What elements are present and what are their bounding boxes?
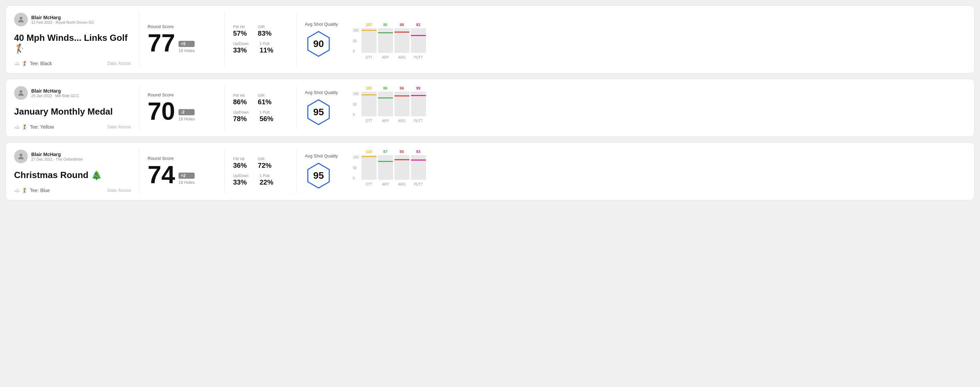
y-axis-label: 0 [353, 49, 359, 53]
bar-marker [395, 32, 409, 33]
bar-group-putt: 93PUTT [411, 149, 426, 186]
divider-1 [139, 149, 139, 193]
bar-axis-label: PUTT [414, 56, 423, 59]
bar-group-arg: 96ARG [395, 86, 409, 123]
stats-top-row: FW Hit86%GIR61% [233, 93, 288, 106]
stat-gir: GIR61% [258, 93, 272, 106]
tee-label: Tee: Black [30, 61, 52, 66]
gir-value: 83% [258, 30, 272, 37]
stat-fw-hit: FW Hit86% [233, 93, 247, 106]
fw-hit-value: 57% [233, 30, 247, 37]
bar-axis-label: ARG [398, 56, 406, 59]
bar-axis-label: OTT [366, 56, 372, 59]
bar-axis-label: OTT [366, 119, 372, 123]
bar-wrapper [378, 92, 393, 116]
tee-label: Tee: Blue [30, 188, 50, 193]
hexagon-score: 95 [313, 107, 324, 118]
bar-wrapper [411, 155, 426, 180]
bar-value-label: 99 [416, 86, 420, 90]
updown-label: Up/Down [233, 110, 248, 114]
score-meta: +518 Holes [178, 41, 195, 55]
quality-label: Avg Shot Quality [305, 153, 338, 159]
y-axis-label: 100 [353, 155, 359, 159]
stat-fw-hit: FW Hit36% [233, 157, 247, 170]
score-meta: +218 Holes [178, 173, 195, 187]
tee-info: ☁️🏌Tee: Yellow [14, 124, 54, 130]
user-info: Blair McHarg12 Feb 2022 · Royal North De… [14, 13, 131, 26]
chart-section: 100500101OTT86APP96ARG99PUTT [346, 86, 966, 130]
divider-2 [224, 13, 225, 66]
data-source: Data: Arccos [107, 188, 131, 193]
score-label: Round Score [148, 92, 216, 97]
stats-bottom-row: Up/Down33%1 Putt11% [233, 41, 288, 54]
stat-oneputt: 1 Putt56% [259, 110, 273, 123]
svg-point-2 [19, 154, 22, 157]
bar-value-label: 87 [383, 149, 388, 154]
weather-icon: ☁️ [14, 61, 20, 66]
updown-value: 33% [233, 46, 248, 54]
oneputt-value: 22% [259, 178, 273, 186]
bar-group-putt: 82PUTT [411, 23, 426, 59]
updown-value: 33% [233, 178, 248, 186]
user-text: Blair McHarg27 Dec 2021 · The Oxfordshir… [31, 152, 83, 161]
holes-label: 18 Holes [178, 117, 195, 121]
stats-section: FW Hit86%GIR61%Up/Down78%1 Putt56% [233, 86, 288, 130]
fw-hit-label: FW Hit [233, 93, 247, 97]
left-section: Blair McHarg27 Dec 2021 · The Oxfordshir… [14, 149, 131, 193]
svg-point-1 [19, 90, 22, 93]
bar-axis-label: APP [382, 182, 389, 186]
bar-marker [411, 35, 426, 36]
bar-group-ott: 107OTT [361, 23, 377, 59]
y-axis-label: 100 [353, 29, 359, 32]
bar-value-label: 86 [383, 86, 388, 90]
bar-value-label: 93 [416, 149, 420, 154]
bar-wrapper [361, 92, 377, 116]
score-label: Round Score [148, 156, 216, 161]
score-section: Round Score70-218 Holes [148, 86, 216, 130]
bag-icon: 🏌 [22, 188, 28, 193]
bar-wrapper [361, 155, 377, 180]
stats-bottom-row: Up/Down33%1 Putt22% [233, 174, 288, 186]
y-axis: 100500 [353, 29, 359, 59]
weather-icon: ☁️ [14, 124, 20, 130]
score-number: 77 [148, 30, 175, 55]
round-title: January Monthly Medal [14, 106, 131, 117]
avatar [14, 86, 28, 100]
y-axis-label: 100 [353, 92, 359, 96]
bar-value-label: 95 [383, 23, 388, 27]
bar-marker [361, 156, 377, 157]
hexagon-container: 90 [305, 30, 332, 58]
updown-label: Up/Down [233, 174, 248, 178]
avatar [14, 13, 28, 26]
divider-3 [296, 86, 297, 130]
footer-info: ☁️🏌Tee: YellowData: Arccos [14, 124, 131, 130]
user-text: Blair McHarg29 Jan 2022 · Mill Ride GCC [31, 88, 79, 98]
holes-label: 18 Holes [178, 48, 195, 53]
quality-section: Avg Shot Quality95 [305, 149, 346, 193]
user-name: Blair McHarg [31, 15, 94, 20]
divider-1 [139, 86, 139, 130]
y-axis-label: 0 [353, 176, 359, 180]
round-card-round-2: Blair McHarg29 Jan 2022 · Mill Ride GCCJ… [5, 79, 975, 137]
bar-wrapper [378, 155, 393, 180]
footer-info: ☁️🏌Tee: BlackData: Arccos [14, 61, 131, 66]
fw-hit-label: FW Hit [233, 157, 247, 161]
hexagon-score: 95 [313, 170, 324, 181]
gir-value: 61% [258, 98, 272, 106]
hexagon-container: 95 [305, 162, 332, 189]
oneputt-label: 1 Putt [259, 41, 273, 46]
round-title: Christmas Round 🎄 [14, 170, 131, 181]
round-card-round-3: Blair McHarg27 Dec 2021 · The Oxfordshir… [5, 143, 975, 200]
bar-wrapper [395, 92, 409, 116]
bar-marker [411, 95, 426, 96]
hexagon-score: 90 [313, 38, 324, 49]
hexagon: 95 [305, 98, 332, 126]
avatar [14, 149, 28, 163]
data-source: Data: Arccos [107, 125, 131, 129]
stat-oneputt: 1 Putt22% [259, 174, 273, 186]
bar-group-ott: 110OTT [361, 149, 377, 186]
bar-marker [411, 160, 426, 160]
bar-wrapper [411, 28, 426, 53]
divider-2 [224, 149, 225, 193]
oneputt-value: 11% [259, 46, 273, 54]
